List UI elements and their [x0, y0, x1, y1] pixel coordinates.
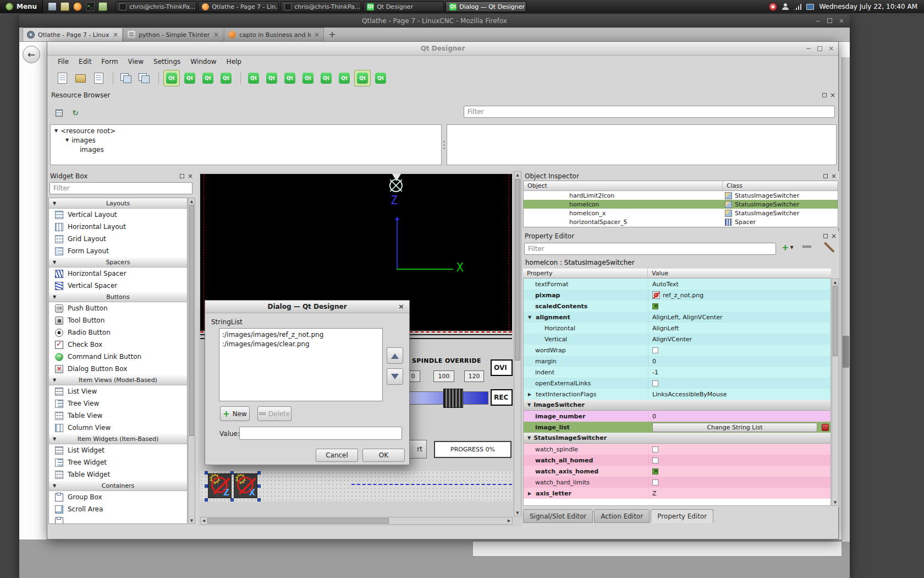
property-row-textformat[interactable]: textFormat AutoText: [524, 279, 831, 290]
property-scrollbar[interactable]: ▲ ▼: [832, 279, 839, 506]
taskbar-window-terminal-1[interactable]: chris@chris-ThinkPa...: [116, 1, 196, 12]
scrollbar-thumb[interactable]: [843, 336, 849, 368]
widget-tool-button[interactable]: Tool Button: [49, 314, 187, 326]
list-item[interactable]: :/images/images/clear.png: [219, 339, 382, 348]
layout-vertical-button[interactable]: [263, 70, 280, 86]
widget-filter-input[interactable]: [50, 182, 193, 194]
widget-tree-view[interactable]: Tree View: [49, 397, 187, 410]
stringlist-listbox[interactable]: :/images/images/ref_z_not.png :/images/i…: [219, 328, 383, 401]
property-row-indent[interactable]: indent -1: [524, 367, 831, 378]
property-row-alignment-horizontal[interactable]: Horizontal AlignLeft: [524, 323, 831, 334]
change-string-list-button[interactable]: Change String List: [652, 423, 817, 432]
widget-list-view[interactable]: List View: [49, 385, 187, 397]
scrollbar-thumb[interactable]: [833, 286, 838, 356]
spindle-slider[interactable]: [406, 391, 488, 405]
property-row-margin[interactable]: margin 0: [524, 356, 831, 367]
tab-close-icon[interactable]: ×: [314, 31, 320, 39]
widget-command-link-button[interactable]: Command Link Button: [49, 351, 187, 363]
taskbar-window-terminal-2[interactable]: chris@chris-ThinkPa...: [280, 1, 361, 12]
property-row-watch-axis-homed[interactable]: watch_axis_homed: [524, 466, 831, 477]
widget-group-box[interactable]: Group Box: [49, 491, 187, 503]
tab-capto[interactable]: capto in Business and Indust... ×: [224, 28, 324, 41]
tree-node-images[interactable]: ▼images: [51, 135, 441, 145]
tab-signal-slot-editor[interactable]: Signal/Slot Editor: [523, 509, 593, 523]
scroll-down-icon[interactable]: ▼: [832, 499, 838, 505]
menu-form[interactable]: Form: [96, 57, 123, 67]
category-buttons[interactable]: ▼Buttons: [49, 292, 187, 302]
float-dock-icon[interactable]: [180, 174, 184, 178]
user-applet-icon[interactable]: [782, 3, 789, 10]
tab-close-icon[interactable]: ×: [113, 31, 118, 39]
taskbar-window-firefox[interactable]: Qtlathe - Page 7 - Lin...: [198, 1, 279, 12]
open-form-button[interactable]: [72, 70, 89, 86]
display-icon[interactable]: [806, 4, 814, 10]
edit-buddies-button[interactable]: [200, 70, 216, 86]
widget-horizontal-layout[interactable]: Horizontal Layout: [49, 221, 187, 233]
object-inspector-header[interactable]: Object Inspector ×: [522, 171, 839, 181]
property-row-alignment[interactable]: ▼alignment AlignLeft, AlignVCenter: [524, 312, 831, 323]
category-containers[interactable]: ▼Containers: [49, 481, 187, 491]
column-header-class[interactable]: Class: [723, 181, 838, 190]
expand-arrow-icon[interactable]: ▼: [54, 128, 58, 133]
widget-push-button[interactable]: Push Button: [49, 302, 187, 314]
selection-handle[interactable]: [257, 471, 261, 475]
widget-form-layout[interactable]: Form Layout: [49, 245, 187, 257]
scroll-up-icon[interactable]: ▲: [514, 172, 521, 178]
firefox-scrollbar[interactable]: [842, 57, 850, 542]
widget-check-box[interactable]: Check Box: [49, 339, 187, 351]
widget-scroll-area[interactable]: Scroll Area: [49, 503, 187, 515]
object-row-homeicon-x[interactable]: homeIcon_x StatusImageSwitcher: [524, 209, 838, 217]
expand-arrow-icon[interactable]: ▼: [527, 402, 531, 407]
show-desktop-icon[interactable]: [48, 2, 57, 11]
layout-form-button[interactable]: [318, 70, 334, 86]
files-launcher-icon[interactable]: [61, 2, 69, 11]
delete-string-button[interactable]: Delete: [257, 406, 292, 421]
taskbar-window-dialog[interactable]: Dialog — Qt Designer: [446, 1, 526, 12]
slider-handle[interactable]: [443, 389, 463, 408]
close-dock-icon[interactable]: ×: [831, 173, 837, 179]
expand-arrow-icon[interactable]: ▼: [65, 138, 69, 143]
ref-x-status-icon[interactable]: ⚙ X: [234, 473, 257, 498]
remove-dynamic-property-button[interactable]: [802, 246, 811, 248]
menu-file[interactable]: File: [53, 57, 74, 67]
widget-dialog-button-box[interactable]: Dialog Button Box: [49, 363, 187, 375]
clock[interactable]: Wednesday July 22, 10:40 AM: [819, 3, 917, 10]
move-down-button[interactable]: [387, 368, 403, 385]
value-input[interactable]: [239, 427, 402, 440]
tab-qtlathe[interactable]: Qtlathe - Page 7 - LinuxCNC ×: [23, 28, 123, 41]
property-row-textinteractionflags[interactable]: ▶textInteractionFlags LinksAccessibleByM…: [524, 389, 831, 400]
menu-settings[interactable]: Settings: [148, 57, 185, 67]
selection-handle[interactable]: [205, 498, 208, 501]
checkbox-unchecked-icon[interactable]: [652, 479, 658, 486]
configure-icon[interactable]: [824, 242, 834, 252]
widget-vertical-spacer[interactable]: Vertical Spacer: [49, 280, 187, 292]
new-string-button[interactable]: + New: [220, 406, 250, 421]
new-tab-button[interactable]: +: [324, 28, 340, 41]
widget-box-header[interactable]: Widget Box ×: [47, 171, 196, 181]
object-row-horizontalspacer5[interactable]: horizontalSpacer_5 Spacer: [524, 217, 838, 226]
layout-split-h-button[interactable]: [282, 70, 298, 86]
property-row-image-list[interactable]: image_list Change String List: [524, 422, 831, 433]
menu-edit[interactable]: Edit: [74, 57, 96, 67]
expand-arrow-icon[interactable]: ▼: [528, 315, 533, 320]
widget-box-scrollbar[interactable]: ▲ ▼: [188, 198, 195, 524]
layout-split-v-button[interactable]: [300, 70, 316, 86]
scrollbar-thumb[interactable]: [515, 179, 520, 361]
maximize-icon[interactable]: [817, 46, 822, 51]
move-up-button[interactable]: [387, 347, 403, 364]
checkbox-unchecked-icon[interactable]: [652, 380, 658, 386]
tree-node-resource-root[interactable]: ▼<resource root>: [51, 126, 441, 135]
collapsed-arrow-icon[interactable]: ▶: [528, 392, 533, 397]
checkbox-unchecked-icon[interactable]: [652, 446, 658, 452]
property-group-imageswitcher[interactable]: ▼ImageSwitcher: [524, 400, 831, 411]
resource-tree[interactable]: ▼<resource root> ▼images images: [50, 124, 442, 165]
close-icon[interactable]: ×: [398, 302, 404, 310]
tab-python-tkinter[interactable]: python - Simple Tkinter Togg... ×: [123, 28, 223, 41]
edit-signals-button[interactable]: [182, 70, 198, 86]
paste-button[interactable]: [136, 70, 152, 86]
property-row-watch-spindle[interactable]: watch_spindle: [524, 444, 831, 455]
property-row-watch-all-homed[interactable]: watch_all_homed: [524, 455, 831, 466]
scroll-down-icon[interactable]: ▼: [189, 517, 195, 524]
checkbox-checked-icon[interactable]: [652, 468, 658, 475]
property-row-wordwrap[interactable]: wordWrap: [524, 345, 831, 356]
